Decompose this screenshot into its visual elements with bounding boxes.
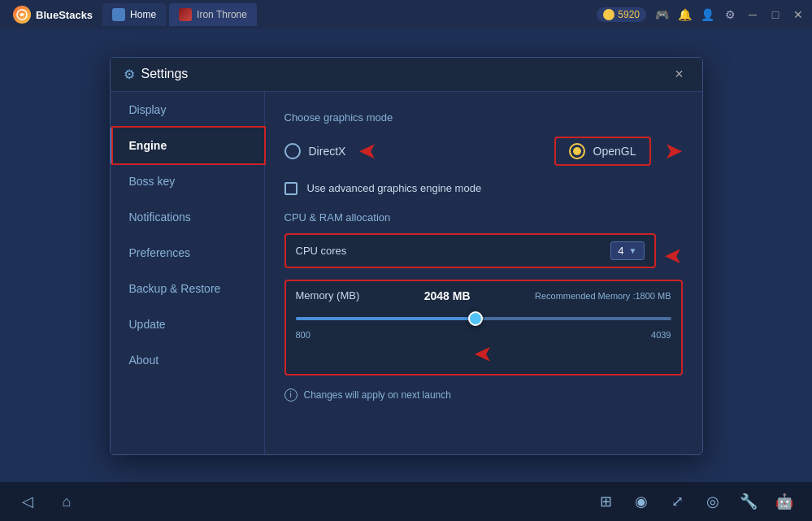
location-icon[interactable]: ◎ — [701, 490, 724, 513]
wrench-icon[interactable]: 🔧 — [737, 490, 760, 513]
coin-count: 5920 — [618, 9, 640, 20]
bell-icon[interactable]: 🔔 — [677, 7, 692, 22]
cpu-cores-value: 4 — [618, 245, 623, 257]
directx-radio[interactable] — [284, 143, 301, 159]
game-tab-icon — [179, 8, 192, 21]
memory-label: Memory (MB) — [296, 289, 360, 302]
changes-notice-text: Changes will apply on next launch — [304, 389, 451, 401]
settings-sidebar: Display Engine Boss key Notifications Pr… — [111, 92, 265, 454]
minimize-button[interactable]: ─ — [745, 7, 760, 22]
taskbar-bottom-left: ◁ ⌂ — [16, 490, 78, 513]
expand-icon[interactable]: ⤢ — [666, 490, 688, 513]
opengl-option[interactable]: OpenGL — [554, 137, 651, 166]
select-dropdown-arrow: ▼ — [629, 246, 637, 255]
android-icon[interactable]: 🤖 — [773, 490, 796, 513]
sidebar-item-engine[interactable]: Engine — [111, 128, 264, 163]
sidebar-item-backup[interactable]: Backup & Restore — [111, 271, 264, 306]
slider-max-label: 4039 — [651, 330, 671, 340]
sidebar-item-update[interactable]: Update — [111, 306, 264, 342]
app-name: BlueStacks — [36, 9, 93, 21]
taskbar-right: 5920 🎮 🔔 👤 ⚙ ─ □ ✕ — [597, 7, 805, 22]
home-icon[interactable]: ⌂ — [55, 490, 78, 513]
engine-arrow-indicator: ➤ — [358, 140, 377, 163]
cpu-cores-row-container: CPU cores 4 ▼ ➤ — [284, 233, 683, 280]
maximize-button[interactable]: □ — [768, 7, 783, 22]
advanced-graphics-row: Use advanced graphics engine mode — [284, 182, 683, 195]
opengl-label: OpenGL — [593, 145, 636, 158]
directx-label: DirectX — [309, 145, 346, 158]
opengl-radio[interactable] — [569, 143, 585, 159]
settings-gear-icon: ⚙ — [124, 67, 135, 82]
slider-fill — [296, 317, 476, 320]
slider-track — [296, 317, 671, 320]
graphics-section-title: Choose graphics mode — [284, 111, 683, 124]
cpu-ram-title: CPU & RAM allocation — [284, 211, 683, 224]
opengl-radio-inner — [573, 147, 581, 155]
taskbar-top: BlueStacks Home Iron Throne 5920 🎮 🔔 👤 ⚙… — [0, 0, 812, 29]
controller-icon[interactable]: 🎮 — [654, 7, 669, 22]
sidebar-item-notifications[interactable]: Notifications — [111, 199, 264, 235]
cpu-cores-arrow-indicator: ➤ — [664, 245, 683, 267]
taskbar-bottom-right: ⊞ ◉ ⤢ ◎ 🔧 🤖 — [594, 490, 796, 513]
advanced-graphics-label: Use advanced graphics engine mode — [307, 182, 482, 194]
eye-icon[interactable]: ◉ — [630, 490, 653, 513]
main-area: ⚙ Settings × Display Engine Boss key Not… — [0, 29, 812, 482]
memory-header: Memory (MB) 2048 MB Recommended Memory :… — [296, 289, 671, 302]
app-logo: BlueStacks — [7, 6, 99, 24]
close-button[interactable]: ✕ — [791, 7, 805, 22]
opengl-arrow-indicator: ➤ — [664, 140, 683, 163]
info-icon: i — [284, 389, 297, 402]
sidebar-item-bosskey[interactable]: Boss key — [111, 163, 264, 199]
dialog-close-button[interactable]: × — [670, 64, 689, 84]
memory-slider-thumb[interactable] — [468, 311, 483, 326]
memory-box: Memory (MB) 2048 MB Recommended Memory :… — [284, 280, 683, 376]
gear-icon[interactable]: ⚙ — [723, 7, 737, 22]
home-tab-icon — [112, 8, 125, 21]
sidebar-item-preferences[interactable]: Preferences — [111, 235, 264, 271]
memory-value: 2048 MB — [424, 289, 471, 302]
sidebar-item-about[interactable]: About — [111, 342, 264, 378]
sidebar-item-display[interactable]: Display — [111, 92, 264, 128]
coin-badge: 5920 — [597, 7, 646, 22]
back-icon[interactable]: ◁ — [16, 490, 39, 513]
coin-icon — [603, 9, 614, 20]
dialog-body: Display Engine Boss key Notifications Pr… — [111, 92, 702, 454]
taskbar-bottom: ◁ ⌂ ⊞ ◉ ⤢ ◎ 🔧 🤖 — [0, 482, 812, 521]
settings-dialog: ⚙ Settings × Display Engine Boss key Not… — [110, 57, 703, 455]
dialog-header: ⚙ Settings × — [111, 58, 702, 92]
memory-up-arrow-container: ➤ — [296, 343, 671, 366]
memory-recommended: Recommended Memory :1800 MB — [535, 291, 671, 301]
settings-content: Choose graphics mode DirectX ➤ — [265, 92, 702, 454]
home-tab-label: Home — [130, 9, 156, 20]
profile-icon[interactable]: 👤 — [700, 7, 714, 22]
directx-option[interactable]: DirectX — [284, 143, 346, 159]
changes-notice: i Changes will apply on next launch — [284, 389, 683, 402]
tab-home[interactable]: Home — [102, 3, 166, 26]
tab-game[interactable]: Iron Throne — [169, 3, 257, 26]
slider-min-label: 800 — [296, 330, 310, 340]
cpu-cores-label: CPU cores — [296, 245, 347, 257]
cpu-cores-select[interactable]: 4 ▼ — [610, 241, 644, 260]
slider-labels: 800 4039 — [296, 330, 671, 340]
grid-icon[interactable]: ⊞ — [594, 490, 617, 513]
game-tab-label: Iron Throne — [197, 9, 247, 20]
memory-slider-container — [296, 310, 671, 327]
advanced-graphics-checkbox[interactable] — [284, 182, 297, 195]
cpu-cores-box: CPU cores 4 ▼ — [284, 233, 656, 268]
dialog-title: Settings — [141, 67, 670, 81]
memory-up-arrow: ➤ — [474, 343, 493, 366]
logo-icon — [13, 6, 31, 24]
